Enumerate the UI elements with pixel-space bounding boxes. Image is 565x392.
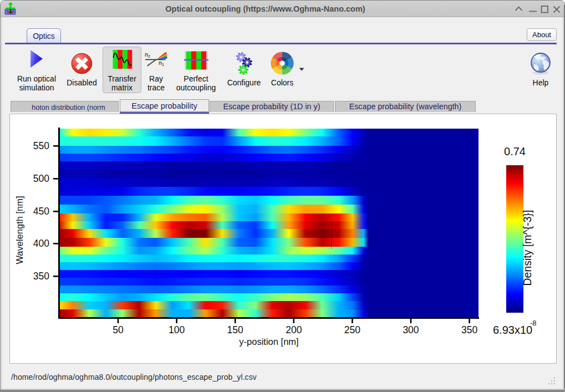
svg-text:100: 100: [169, 324, 185, 335]
svg-text:250: 250: [344, 324, 360, 335]
svg-text:150: 150: [227, 324, 243, 335]
svg-text:Wavelength [nm]: Wavelength [nm]: [14, 196, 24, 264]
svg-text:200: 200: [286, 324, 302, 335]
svg-text:0.74: 0.74: [504, 145, 526, 157]
svg-text:50: 50: [113, 324, 124, 335]
svg-text:300: 300: [403, 324, 419, 335]
svg-text:350: 350: [461, 324, 477, 335]
svg-text:500: 500: [33, 173, 49, 184]
svg-text:350: 350: [33, 271, 49, 282]
svg-text:Density [m^{-3}]: Density [m^{-3}]: [521, 210, 533, 286]
svg-text:400: 400: [33, 238, 49, 249]
svg-text:y-position [nm]: y-position [nm]: [239, 337, 298, 347]
svg-text:550: 550: [33, 140, 49, 151]
svg-text:450: 450: [33, 206, 49, 217]
svg-text:6.93x10: 6.93x10: [493, 324, 532, 336]
svg-text:-8: -8: [530, 319, 537, 327]
